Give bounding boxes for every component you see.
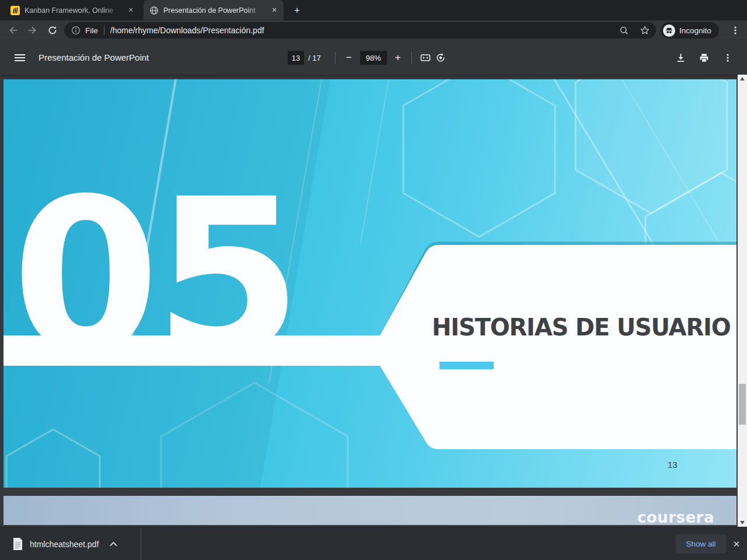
globe-favicon-icon (149, 6, 159, 15)
pdf-more-options-kebab-icon[interactable] (720, 50, 736, 66)
zoom-page-icon[interactable] (619, 26, 629, 36)
downloads-bar: htmlcheatsheet.pdf Show all ✕ (0, 527, 747, 560)
forward-button[interactable] (26, 23, 40, 37)
url-text[interactable]: /home/rhyme/Downloads/Presentación.pdf (110, 26, 619, 35)
vertical-scrollbar[interactable] (738, 75, 747, 527)
show-all-downloads-button[interactable]: Show all (676, 534, 726, 554)
title-accent-bar (439, 362, 494, 369)
incognito-badge: Incognito (661, 22, 719, 38)
tab-presentacion-pdf[interactable]: Presentación de PowerPoint ✕ (144, 0, 284, 20)
back-button[interactable] (6, 23, 20, 37)
pdf-page-controls: / 17 − 98% + (288, 50, 448, 66)
downloaded-filename: htmlcheatsheet.pdf (30, 540, 99, 549)
url-scheme-label: File (85, 26, 98, 35)
bookmark-star-icon[interactable] (640, 25, 650, 36)
browser-menu-kebab-icon[interactable] (728, 23, 742, 37)
page-number-input[interactable] (288, 51, 304, 65)
slide-page-number: 13 (668, 460, 678, 470)
tab-title: Kanban Framework, Online (25, 6, 121, 15)
tab-strip: Kanban Framework, Online ✕ Presentación … (0, 0, 747, 20)
zoom-level-value[interactable]: 98% (360, 51, 387, 65)
fit-to-width-button[interactable] (418, 50, 433, 65)
shelf-divider (141, 527, 141, 560)
pdf-toolbar: Presentación de PowerPoint / 17 − 98% + (0, 40, 747, 75)
print-button[interactable] (696, 50, 712, 66)
page-total-label: / 17 (308, 54, 321, 62)
pdf-file-icon (13, 538, 23, 550)
incognito-icon (663, 24, 675, 37)
incognito-label: Incognito (679, 26, 711, 35)
pdf-page-13: 05 HISTORIAS DE USUARIO 13 (4, 79, 736, 488)
url-divider (104, 26, 104, 35)
close-tab-icon[interactable]: ✕ (270, 6, 279, 15)
zoom-out-button[interactable]: − (341, 50, 357, 65)
tab-kanban-framework[interactable]: Kanban Framework, Online ✕ (5, 0, 140, 20)
scroll-down-arrow-icon[interactable] (738, 519, 747, 527)
coursera-logo: coursera (637, 509, 714, 525)
pdf-page-14-preview: coursera (4, 496, 736, 525)
slide-title: HISTORIAS DE USUARIO (432, 314, 730, 341)
pdf-viewer-area: 05 HISTORIAS DE USUARIO 13 coursera (0, 75, 747, 560)
rotate-counterclockwise-button[interactable] (433, 50, 448, 65)
download-options-chevron-icon[interactable] (106, 537, 121, 552)
toolbar-divider (335, 52, 336, 64)
download-button[interactable] (672, 50, 689, 66)
close-downloads-bar-icon[interactable]: ✕ (729, 537, 743, 551)
downloaded-file-item[interactable]: htmlcheatsheet.pdf (0, 527, 141, 560)
browser-toolbar: File /home/rhyme/Downloads/Presentación.… (0, 20, 747, 40)
pdf-menu-hamburger-icon[interactable] (12, 50, 28, 66)
toolbar-divider (411, 52, 412, 64)
scrollbar-thumb[interactable] (739, 384, 746, 425)
address-bar[interactable]: File /home/rhyme/Downloads/Presentación.… (64, 22, 656, 38)
title-banner-shape (4, 79, 736, 488)
miro-icon (11, 6, 20, 15)
pdf-document-title: Presentación de PowerPoint (39, 52, 149, 62)
page-info-icon[interactable] (71, 26, 81, 35)
scroll-up-arrow-icon[interactable] (738, 75, 747, 83)
tab-title: Presentación de PowerPoint (163, 6, 265, 15)
zoom-in-button[interactable]: + (390, 50, 406, 65)
close-tab-icon[interactable]: ✕ (126, 6, 135, 15)
reload-button[interactable] (46, 23, 60, 37)
new-tab-button[interactable]: + (290, 4, 304, 18)
